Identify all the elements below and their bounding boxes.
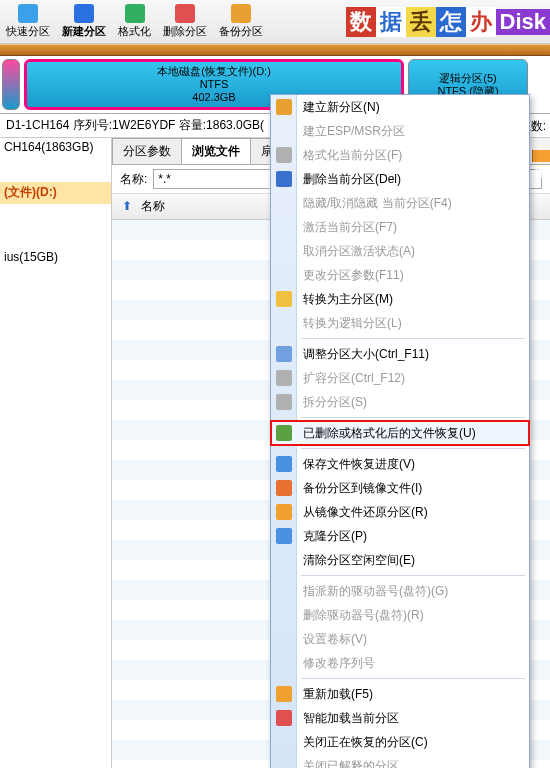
banner-char: Disk xyxy=(496,9,550,35)
tree-item[interactable]: CH164(1863GB) xyxy=(0,138,111,160)
disk-segment-label: 402.3GB xyxy=(192,91,235,104)
menu-item-label: 关闭正在恢复的分区(C) xyxy=(303,734,428,751)
disk-tree[interactable]: CH164(1863GB)(文件)(D:)ius(15GB) xyxy=(0,138,112,768)
menu-item-label: 智能加载当前分区 xyxy=(303,710,399,727)
toolbar-icon xyxy=(74,4,94,23)
toolbar-label: 新建分区 xyxy=(62,24,106,39)
banner-ad: 数据丢怎办Disk xyxy=(269,2,550,41)
toolbar-新建分区[interactable]: 新建分区 xyxy=(56,2,112,41)
disk-segment[interactable] xyxy=(2,59,20,110)
menu-item-label: 隐藏/取消隐藏 当前分区(F4) xyxy=(303,195,452,212)
menu-item-label: 扩容分区(Ctrl_F12) xyxy=(303,370,405,387)
menu-item[interactable]: 调整分区大小(Ctrl_F11) xyxy=(271,342,529,366)
disk-segment-label: 本地磁盘(恢复文件)(D:) xyxy=(157,65,271,78)
main-toolbar: 快速分区新建分区格式化删除分区备份分区 数据丢怎办Disk xyxy=(0,0,550,44)
menu-item[interactable]: 转换为主分区(M) xyxy=(271,287,529,311)
side-tab-files[interactable]: 文件 xyxy=(532,150,550,162)
toolbar-label: 格式化 xyxy=(118,24,151,39)
menu-item: 修改卷序列号 xyxy=(271,651,529,675)
menu-item[interactable]: 建立新分区(N) xyxy=(271,95,529,119)
menu-item: 删除驱动器号(盘符)(R) xyxy=(271,603,529,627)
menu-item-icon xyxy=(276,147,292,163)
menu-item: 关闭已解释的分区 xyxy=(271,754,529,768)
menu-item-label: 克隆分区(P) xyxy=(303,528,367,545)
menu-item-icon xyxy=(276,370,292,386)
menu-item-icon xyxy=(276,686,292,702)
menu-item-label: 建立新分区(N) xyxy=(303,99,380,116)
menu-separator xyxy=(301,448,525,449)
column-name: 名称 xyxy=(141,199,165,213)
tree-item[interactable]: ius(15GB) xyxy=(0,248,111,270)
toolbar-快速分区[interactable]: 快速分区 xyxy=(0,2,56,41)
menu-item-icon xyxy=(276,99,292,115)
toolbar-备份分区[interactable]: 备份分区 xyxy=(213,2,269,41)
disk-info-text: D1-1CH164 序列号:1W2E6YDF 容量:1863.0GB( xyxy=(6,118,264,132)
tab-浏览文件[interactable]: 浏览文件 xyxy=(181,138,251,164)
menu-item[interactable]: 智能加载当前分区 xyxy=(271,706,529,730)
toolbar-label: 快速分区 xyxy=(6,24,50,39)
menu-item: 格式化当前分区(F) xyxy=(271,143,529,167)
menu-item-label: 激活当前分区(F7) xyxy=(303,219,397,236)
tree-item[interactable] xyxy=(0,226,111,248)
toolbar-icon xyxy=(18,4,38,23)
menu-item[interactable]: 关闭正在恢复的分区(C) xyxy=(271,730,529,754)
menu-item: 拆分分区(S) xyxy=(271,390,529,414)
menu-item: 隐藏/取消隐藏 当前分区(F4) xyxy=(271,191,529,215)
partition-context-menu: 建立新分区(N)建立ESP/MSR分区格式化当前分区(F)删除当前分区(Del)… xyxy=(270,94,530,768)
menu-item-label: 转换为主分区(M) xyxy=(303,291,393,308)
disk-segment-label: NTFS xyxy=(200,78,229,91)
toolbar-删除分区[interactable]: 删除分区 xyxy=(157,2,213,41)
menu-item: 建立ESP/MSR分区 xyxy=(271,119,529,143)
toolbar-label: 备份分区 xyxy=(219,24,263,39)
tree-item[interactable] xyxy=(0,160,111,182)
menu-item: 转换为逻辑分区(L) xyxy=(271,311,529,335)
banner-char: 数 xyxy=(346,7,376,37)
banner-char: 办 xyxy=(466,7,496,37)
menu-item: 指派新的驱动器号(盘符)(G) xyxy=(271,579,529,603)
menu-item-icon xyxy=(276,425,292,441)
menu-item-icon xyxy=(276,480,292,496)
menu-item-label: 清除分区空闲空间(E) xyxy=(303,552,415,569)
toolbar-icon xyxy=(231,4,251,23)
menu-item: 扩容分区(Ctrl_F12) xyxy=(271,366,529,390)
menu-item-label: 删除驱动器号(盘符)(R) xyxy=(303,607,424,624)
menu-item-label: 指派新的驱动器号(盘符)(G) xyxy=(303,583,448,600)
menu-item-label: 转换为逻辑分区(L) xyxy=(303,315,402,332)
menu-item-icon xyxy=(276,346,292,362)
menu-item[interactable]: 保存文件恢复进度(V) xyxy=(271,452,529,476)
toolbar-icon xyxy=(125,4,145,23)
banner-char: 丢 xyxy=(406,7,436,37)
menu-item[interactable]: 克隆分区(P) xyxy=(271,524,529,548)
menu-separator xyxy=(301,338,525,339)
menu-item-icon xyxy=(276,504,292,520)
menu-item[interactable]: 删除当前分区(Del) xyxy=(271,167,529,191)
menu-item-label: 拆分分区(S) xyxy=(303,394,367,411)
menu-item-label: 保存文件恢复进度(V) xyxy=(303,456,415,473)
tab-分区参数[interactable]: 分区参数 xyxy=(112,138,182,164)
menu-item-label: 从镜像文件还原分区(R) xyxy=(303,504,428,521)
menu-item-label: 修改卷序列号 xyxy=(303,655,375,672)
toolbar-label: 删除分区 xyxy=(163,24,207,39)
menu-item[interactable]: 清除分区空闲空间(E) xyxy=(271,548,529,572)
toolbar-格式化[interactable]: 格式化 xyxy=(112,2,157,41)
menu-item[interactable]: 从镜像文件还原分区(R) xyxy=(271,500,529,524)
menu-item[interactable]: 重新加载(F5) xyxy=(271,682,529,706)
up-arrow-icon: ⬆ xyxy=(122,199,132,213)
toolbar-icon xyxy=(175,4,195,23)
menu-item: 设置卷标(V) xyxy=(271,627,529,651)
disk-segment-label: 逻辑分区(5) xyxy=(439,72,496,85)
menu-item-label: 删除当前分区(Del) xyxy=(303,171,401,188)
menu-item-label: 备份分区到镜像文件(I) xyxy=(303,480,422,497)
menu-item-label: 调整分区大小(Ctrl_F11) xyxy=(303,346,429,363)
menu-separator xyxy=(301,575,525,576)
tree-item[interactable] xyxy=(0,204,111,226)
name-filter-label: 名称: xyxy=(120,171,147,188)
menu-separator xyxy=(301,678,525,679)
menu-item[interactable]: 已删除或格式化后的文件恢复(U) xyxy=(271,421,529,445)
menu-item-icon xyxy=(276,528,292,544)
menu-item-icon xyxy=(276,456,292,472)
menu-item[interactable]: 备份分区到镜像文件(I) xyxy=(271,476,529,500)
menu-item: 更改分区参数(F11) xyxy=(271,263,529,287)
tree-item[interactable]: (文件)(D:) xyxy=(0,182,111,204)
menu-item-label: 设置卷标(V) xyxy=(303,631,367,648)
